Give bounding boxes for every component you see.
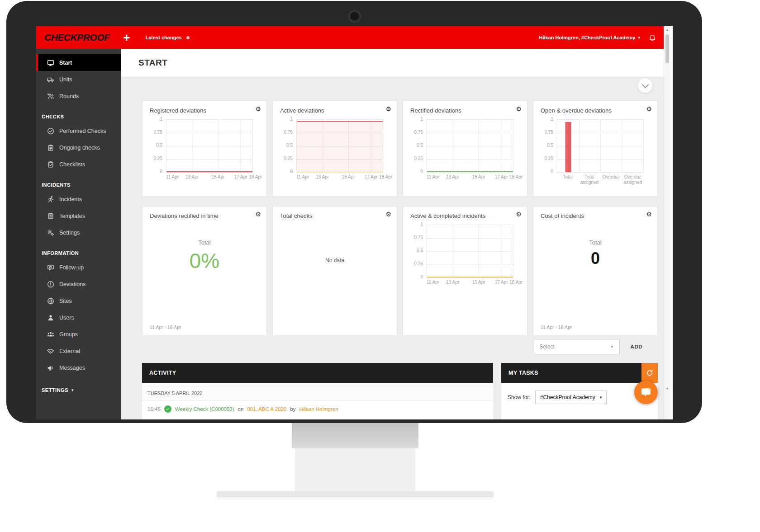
add-plus-button[interactable]: + [123,33,130,42]
x-tick: 18 Apr [379,174,392,179]
user-name: Håkan Holmgren, #CheckProof Academy [539,35,636,40]
sidebar-item-start[interactable]: Start [36,54,121,71]
x-tick: 11 Apr [296,174,309,179]
x-tick: 17 Apr [495,280,508,285]
clipboard-lines-icon [47,212,54,220]
no-data-label: No data [273,257,397,264]
user-menu[interactable]: Håkan Holmgren, #CheckProof Academy ▾ [539,35,640,40]
y-tick: 0 [420,274,423,280]
y-axis: 1 0.75 0.5 0.25 0 [407,117,427,174]
gear-icon[interactable]: ⚙ [516,211,522,217]
refresh-button[interactable] [641,363,658,383]
chart-plot [557,119,644,173]
bar-total [565,122,571,172]
sidebar-item-external[interactable]: External [36,343,121,359]
widget-select[interactable]: Select ▼ [534,339,620,354]
user-link[interactable]: Håkan Holmgren [299,406,338,412]
sidebar-item-users[interactable]: Users [36,309,121,326]
x-tick: 13 Apr [446,280,459,285]
bar-chart: 1 0.75 0.5 0.25 0 [533,116,657,185]
sidebar-item-incident-settings[interactable]: Settings [36,224,121,241]
data-line [427,277,513,278]
gear-icon[interactable]: ⚙ [646,106,652,112]
y-tick: 1 [551,117,553,122]
show-for-row: Show for: #CheckProof Academy ▾ [501,383,658,412]
show-for-select[interactable]: #CheckProof Academy ▾ [535,391,607,404]
sidebar-item-templates[interactable]: Templates [36,207,121,224]
gear-icon[interactable]: ⚙ [385,211,391,217]
gear-icon[interactable]: ⚙ [385,106,391,112]
sidebar-item-follow-up[interactable]: Follow-up [36,259,121,276]
sidebar-section-information: INFORMATION [36,247,121,259]
gridline [192,120,193,172]
activity-body: TUESDAY 5 APRIL 2022 16:45 ✓ Weekly Chec… [142,383,493,419]
x-tick: 18 Apr [509,174,522,179]
gear-icon[interactable]: ⚙ [516,106,522,112]
y-tick: 0.25 [284,156,293,161]
gridline [453,225,453,278]
sidebar-item-label: Users [59,315,74,321]
sidebar-item-incidents[interactable]: Incidents [36,191,121,207]
sidebar-item-label: Performed Checks [59,128,106,134]
select-value: Select [540,344,555,350]
unit-link[interactable]: 001. ABC A 2020 [247,406,286,412]
activity-title: ACTIVITY [149,370,176,376]
y-tick: 0.75 [414,130,423,135]
x-axis: 11 Apr 13 Apr 15 Apr 17 Apr 18 Apr [166,174,253,185]
scrollbar-thumb[interactable] [665,34,669,63]
gear-icon[interactable]: ⚙ [646,211,652,217]
gridline [166,159,252,160]
chevron-down-icon: ▾ [638,35,640,40]
chart-plot [427,119,513,173]
caret-down-icon: ▾ [600,395,602,400]
check-link[interactable]: Weekly Check (C000003) [175,406,234,412]
gridline [427,251,513,252]
page-title: START [138,58,167,68]
x-tick: 15 Apr [472,280,485,285]
y-tick: 0.5 [417,248,423,254]
widget-active-completed-incidents: Active & completed incidents ⚙ 1 0.75 0.… [403,206,527,336]
x-axis: 11 Apr 13 Apr 15 Apr 17 Apr 18 Apr [427,174,513,185]
gridline [427,159,513,160]
gridline [479,120,479,172]
chat-bubble-icon [641,387,651,398]
sidebar-item-checklists[interactable]: Checklists [36,156,121,173]
alert-circle-icon [47,281,54,288]
gear-icon[interactable]: ⚙ [255,106,261,112]
sidebar-section-settings[interactable]: SETTINGS ▾ [36,384,121,396]
bell-icon[interactable] [648,34,656,42]
sidebar-item-performed-checks[interactable]: Performed Checks [36,122,121,139]
caret-down-icon: ▼ [610,345,614,349]
latest-changes-link[interactable]: Latest changes [146,35,182,40]
sidebar-item-deviations[interactable]: Deviations [36,276,121,292]
sidebar: Start Units Rounds CHECKS [36,49,121,419]
widget-title: Open & overdue deviations [533,101,657,116]
widget-open-overdue-deviations: Open & overdue deviations ⚙ 1 0.75 0.5 0… [533,101,658,197]
line-chart: 1 0.75 0.5 0.25 0 [142,116,266,185]
collapse-dashboard-button[interactable] [637,78,653,93]
x-axis: 11 Apr 13 Apr 15 Apr 17 Apr 18 Apr [427,280,513,291]
y-tick: 1 [290,117,293,122]
sidebar-item-label: Messages [59,365,85,371]
thumb-bubble-icon [47,264,54,271]
scroll-up-arrow[interactable]: ▲ [664,28,670,31]
widget-title: Deviations rectified in time [142,207,266,221]
gears-icon [47,229,54,236]
scroll-down-arrow[interactable]: ▼ [664,387,670,390]
sidebar-item-rounds[interactable]: Rounds [36,88,121,104]
sidebar-item-groups[interactable]: Groups [36,326,121,343]
sidebar-item-units[interactable]: Units [36,71,121,88]
x-axis: 11 Apr 13 Apr 15 Apr 17 Apr 18 Apr [296,174,383,185]
sidebar-item-label: Groups [59,331,78,338]
gridline [166,133,252,133]
widget-title: Registered deviations [142,101,266,116]
add-widget-button[interactable]: ADD [626,340,647,353]
sidebar-item-label: Settings [59,230,80,236]
sidebar-item-messages[interactable]: Messages [36,359,121,376]
sidebar-item-label: Start [59,60,72,66]
chart-plot [296,119,383,173]
sidebar-item-sites[interactable]: Sites [36,292,121,309]
gear-icon[interactable]: ⚙ [255,211,261,217]
sidebar-item-ongoing-checks[interactable]: Ongoing checks [36,139,121,156]
chat-button[interactable] [634,381,658,404]
